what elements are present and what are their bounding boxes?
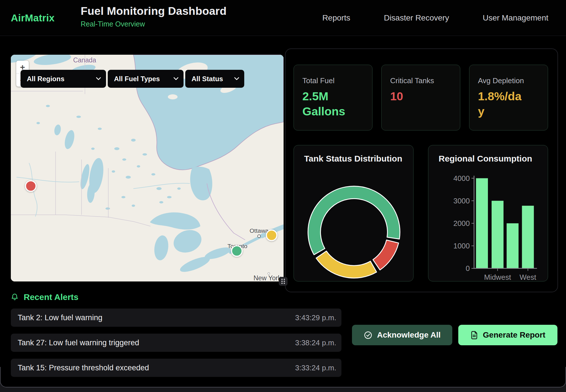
main-nav: Reports Disaster Recovery User Managemen… — [322, 0, 548, 36]
generate-report-button[interactable]: Generate Report — [458, 325, 557, 345]
app-window: AirMatrix Fuel Monitoring Dashboard Real… — [0, 0, 566, 387]
generate-report-label: Generate Report — [483, 330, 545, 340]
stats-row: Total Fuel 2.5M Gallons Critical Tanks 1… — [294, 65, 548, 130]
tank-status-chart-card: Tank Status Distribution — [294, 145, 414, 281]
bell-icon — [11, 293, 19, 301]
stat-card-critical-tanks: Critical Tanks 10 — [381, 65, 460, 130]
acknowledge-all-button[interactable]: Acknowledge All — [352, 325, 452, 345]
svg-text:2000: 2000 — [453, 219, 470, 227]
alert-timestamp: 3:33:24 p.m. — [295, 364, 336, 372]
stat-value: 1.8%/day — [478, 89, 525, 119]
header: AirMatrix Fuel Monitoring Dashboard Real… — [0, 0, 566, 36]
alerts-header: Recent Alerts — [11, 292, 78, 302]
alert-row: Tank 15: Pressure threshold exceeded 3:3… — [11, 359, 341, 377]
stat-card-avg-depletion: Avg Depletion 1.8%/day — [469, 65, 548, 130]
map-marker-normal[interactable] — [231, 245, 243, 257]
map-marker-critical[interactable] — [25, 180, 36, 192]
alerts-title: Recent Alerts — [24, 292, 78, 302]
alert-message: Tank 15: Pressure threshold exceeded — [18, 364, 149, 372]
svg-text:Midwest: Midwest — [484, 273, 511, 281]
svg-text:4000: 4000 — [453, 174, 470, 182]
map-filter-bar: All Regions All Fuel Types All Status — [21, 70, 244, 88]
stat-label: Critical Tanks — [390, 76, 451, 85]
alert-row: Tank 2: Low fuel warning 3:43:29 p.m. — [11, 309, 341, 327]
donut-chart — [294, 145, 413, 281]
drag-handle-icon[interactable] — [279, 277, 288, 286]
svg-text:West: West — [520, 273, 536, 281]
alert-message: Tank 2: Low fuel warning — [18, 313, 102, 322]
stat-value: 10 — [390, 89, 437, 104]
chevron-down-icon — [96, 77, 101, 80]
acknowledge-all-label: Acknowledge All — [377, 330, 441, 340]
app-logo: AirMatrix — [11, 12, 55, 24]
map-marker-warning[interactable] — [266, 229, 277, 241]
ottawa-town-dot — [257, 234, 261, 238]
chevron-down-icon — [234, 77, 239, 80]
dashboard-panel: Total Fuel 2.5M Gallons Critical Tanks 1… — [285, 48, 558, 292]
stat-label: Avg Depletion — [478, 76, 539, 85]
stat-label: Total Fuel — [302, 76, 364, 85]
map-canvas — [11, 55, 284, 281]
status-filter-dropdown[interactable]: All Status — [185, 70, 244, 88]
newyork-town-dot — [268, 272, 270, 275]
status-filter-label: All Status — [192, 75, 223, 83]
page-title: Fuel Monitoring Dashboard — [81, 5, 227, 17]
alert-message: Tank 27: Low fuel warning triggered — [18, 338, 139, 347]
charts-row: Tank Status Distribution Regional Consum… — [294, 145, 548, 281]
fuel-type-filter-label: All Fuel Types — [114, 75, 160, 83]
alert-row: Tank 27: Low fuel warning triggered 3:38… — [11, 334, 341, 352]
fuel-type-filter-dropdown[interactable]: All Fuel Types — [108, 70, 184, 88]
stat-card-total-fuel: Total Fuel 2.5M Gallons — [294, 65, 372, 130]
title-block: Fuel Monitoring Dashboard Real-Time Over… — [81, 5, 227, 28]
nav-item-disaster-recovery[interactable]: Disaster Recovery — [384, 13, 449, 23]
svg-text:3000: 3000 — [453, 197, 470, 205]
nav-item-user-management[interactable]: User Management — [483, 13, 548, 23]
page-subtitle: Real-Time Overview — [81, 20, 227, 28]
stat-value: 2.5M Gallons — [302, 89, 349, 119]
chevron-down-icon — [174, 77, 178, 80]
tank-map[interactable]: Canada Ottawa Toronto New York + − All R… — [11, 55, 284, 281]
bar-chart: 01000200030004000MidwestWest — [428, 145, 548, 281]
regional-consumption-chart-card: Regional Consumption 01000200030004000Mi… — [428, 145, 548, 281]
nav-item-reports[interactable]: Reports — [322, 13, 350, 23]
svg-text:1000: 1000 — [453, 242, 470, 250]
alert-timestamp: 3:43:29 p.m. — [295, 313, 336, 322]
alert-timestamp: 3:38:24 p.m. — [295, 338, 336, 347]
document-icon — [470, 331, 478, 340]
region-filter-label: All Regions — [27, 75, 64, 83]
region-filter-dropdown[interactable]: All Regions — [21, 70, 106, 88]
svg-text:0: 0 — [466, 264, 470, 272]
check-circle-icon — [364, 331, 372, 340]
